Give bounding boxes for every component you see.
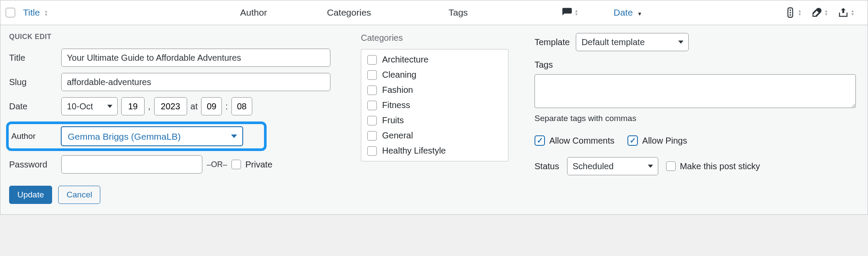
label-allow-pings: Allow Pings [642, 136, 687, 146]
allow-pings-checkbox[interactable] [627, 135, 638, 146]
label-template: Template [535, 37, 570, 47]
tags-hint: Separate tags with commas [535, 114, 859, 123]
category-checkbox[interactable] [367, 116, 377, 125]
author-highlight-box: Author Gemma Briggs (GemmaLB) [6, 121, 267, 151]
minute-input[interactable] [231, 97, 252, 115]
month-select[interactable]: 10-Oct [61, 97, 118, 115]
feather-icon[interactable] [811, 7, 822, 18]
year-input[interactable] [154, 97, 187, 115]
label-or: –OR– [207, 160, 227, 169]
sort-desc-icon [635, 7, 642, 17]
label-author: Author [11, 131, 56, 141]
label-status: Status [535, 161, 559, 171]
day-input[interactable] [121, 97, 145, 115]
sort-caret-icon [798, 9, 802, 16]
update-button[interactable]: Update [9, 186, 52, 204]
svg-point-2 [790, 12, 791, 13]
category-item[interactable]: Healthy Lifestyle [367, 146, 502, 156]
password-input[interactable] [61, 155, 202, 174]
category-checkbox[interactable] [367, 55, 377, 65]
category-item[interactable]: Cleaning [367, 70, 502, 80]
categories-heading: Categories [361, 33, 521, 43]
sticky-checkbox[interactable] [666, 161, 676, 171]
label-at: at [191, 102, 198, 112]
category-checkbox[interactable] [367, 70, 377, 80]
category-item[interactable]: Fashion [367, 85, 502, 95]
category-checkbox[interactable] [367, 131, 377, 141]
label-title: Title [9, 53, 57, 63]
label-password: Password [9, 160, 57, 170]
category-item[interactable]: Architecture [367, 55, 502, 65]
select-all-checkbox[interactable] [6, 8, 15, 17]
quick-edit-heading: QUICK EDIT [9, 33, 348, 41]
svg-point-3 [790, 14, 791, 16]
label-sticky: Make this post sticky [680, 161, 760, 171]
label-tags: Tags [535, 60, 859, 70]
private-checkbox[interactable] [231, 160, 241, 169]
label-private: Private [245, 160, 272, 170]
tags-textarea[interactable] [535, 74, 856, 108]
category-item[interactable]: Fruits [367, 115, 502, 125]
traffic-light-icon[interactable] [785, 7, 796, 18]
svg-point-1 [790, 10, 791, 11]
label-slug: Slug [9, 77, 57, 87]
category-item[interactable]: Fitness [367, 100, 502, 110]
col-header-title[interactable]: Title [23, 7, 48, 17]
label-allow-comments: Allow Comments [549, 136, 614, 146]
status-select[interactable]: Scheduled [567, 157, 658, 175]
quick-edit-panel: QUICK EDIT Title Slug Date 10-Oct , [0, 25, 868, 215]
sort-caret-icon [574, 9, 578, 16]
hour-input[interactable] [201, 97, 222, 115]
category-item[interactable]: General [367, 131, 502, 141]
date-comma: , [148, 102, 151, 112]
category-checkbox[interactable] [367, 101, 377, 110]
template-select[interactable]: Default template [576, 33, 689, 51]
allow-comments-checkbox[interactable] [535, 135, 545, 146]
label-date: Date [9, 102, 57, 112]
col-header-tags[interactable]: Tags [449, 7, 468, 17]
column-header-row: Title Author Categories Tags Date [0, 0, 868, 25]
category-checkbox[interactable] [367, 146, 377, 156]
comments-icon[interactable] [561, 7, 573, 18]
author-select[interactable]: Gemma Briggs (GemmaLB) [61, 126, 243, 146]
sort-caret-icon [851, 9, 855, 16]
col-header-categories[interactable]: Categories [327, 7, 371, 17]
category-checkbox[interactable] [367, 85, 377, 95]
col-header-date[interactable]: Date [614, 7, 642, 17]
sort-caret-icon [824, 9, 828, 16]
sort-caret-icon [44, 10, 48, 16]
col-header-author[interactable]: Author [240, 7, 267, 17]
categories-list: Architecture Cleaning Fashion Fitness Fr… [361, 49, 508, 161]
slug-input[interactable] [61, 73, 330, 91]
outbox-icon[interactable] [838, 7, 849, 18]
title-input[interactable] [61, 49, 330, 67]
label-colon: : [225, 102, 228, 112]
cancel-button[interactable]: Cancel [58, 186, 100, 204]
